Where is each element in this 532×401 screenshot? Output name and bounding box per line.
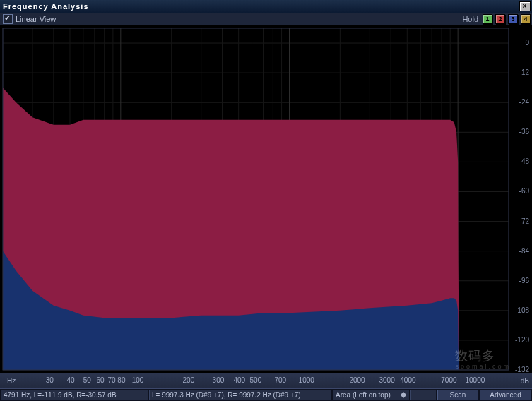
- svg-text:-132: -132: [515, 366, 529, 373]
- svg-text:-84: -84: [519, 247, 530, 255]
- x-tick-label: 10000: [465, 376, 485, 384]
- x-tick-label: 7000: [441, 376, 456, 384]
- linear-view-checkbox[interactable]: [3, 14, 13, 24]
- x-tick-label: 700: [274, 376, 286, 384]
- hold-button-1[interactable]: 1: [483, 14, 492, 24]
- x-tick-label: 500: [250, 376, 262, 384]
- x-axis-unit: Hz: [7, 377, 16, 385]
- svg-text:-24: -24: [519, 98, 530, 106]
- x-tick-label: 100: [132, 376, 144, 384]
- svg-text:-96: -96: [519, 277, 530, 285]
- x-tick-label: 2000: [349, 376, 365, 384]
- cursor-readout: 4791 Hz, L=-111.9 dB, R=-30.57 dB: [0, 389, 148, 401]
- area-selector[interactable]: Area (Left on top): [332, 389, 410, 401]
- svg-text:-108: -108: [515, 306, 529, 314]
- chart-canvas: 0-12-24-36-48-60-72-84-96-108-120-132: [0, 25, 532, 373]
- svg-text:-36: -36: [519, 128, 530, 136]
- x-tick-label: 30: [46, 376, 54, 384]
- hold-button-3[interactable]: 3: [508, 14, 518, 24]
- hold-button-2[interactable]: 2: [495, 14, 505, 24]
- x-axis-labels: 3040506070801002003004005007001000200030…: [20, 373, 518, 388]
- svg-text:-48: -48: [519, 157, 530, 165]
- x-tick-label: 70: [108, 376, 116, 384]
- svg-text:-60: -60: [519, 187, 530, 195]
- area-label: Area (Left on top): [336, 391, 391, 399]
- x-tick-label: 300: [213, 376, 225, 384]
- linear-view-label: Linear View: [16, 15, 56, 23]
- x-tick-label: 40: [67, 376, 75, 384]
- x-axis-strip: Hz 3040506070801002003004005007001000200…: [0, 373, 532, 388]
- progress-cell: [410, 389, 437, 401]
- status-bar: 4791 Hz, L=-111.9 dB, R=-30.57 dB L= 999…: [0, 388, 532, 401]
- svg-text:-72: -72: [519, 217, 530, 225]
- hold-label: Hold: [462, 15, 478, 23]
- x-tick-label: 80: [117, 376, 125, 384]
- x-tick-label: 1000: [299, 376, 314, 384]
- svg-text:0: 0: [525, 39, 529, 47]
- window-title: Frequency Analysis: [3, 2, 89, 11]
- spinner-icon: [401, 392, 406, 398]
- svg-text:-120: -120: [515, 336, 529, 344]
- close-icon: ×: [523, 2, 528, 10]
- frequency-chart[interactable]: 0-12-24-36-48-60-72-84-96-108-120-132 数码…: [0, 25, 532, 373]
- close-button[interactable]: ×: [519, 1, 531, 11]
- x-tick-label: 200: [183, 376, 195, 384]
- x-tick-label: 400: [233, 376, 245, 384]
- y-axis-unit: dB: [521, 377, 529, 385]
- advanced-button[interactable]: Advanced: [479, 389, 532, 401]
- scan-button[interactable]: Scan: [437, 389, 479, 401]
- x-tick-label: 4000: [400, 376, 415, 384]
- title-bar: Frequency Analysis ×: [0, 0, 532, 13]
- peaks-readout: L= 9997.3 Hz (D#9 +7), R= 9997.2 Hz (D#9…: [148, 389, 332, 401]
- x-tick-label: 50: [83, 376, 91, 384]
- x-tick-label: 60: [97, 376, 105, 384]
- toolbar: Linear View Hold 1 2 3 4: [0, 13, 532, 25]
- hold-group: Hold 1 2 3 4: [462, 14, 531, 24]
- x-tick-label: 3000: [379, 376, 394, 384]
- hold-button-4[interactable]: 4: [521, 14, 531, 24]
- svg-text:-12: -12: [519, 68, 530, 76]
